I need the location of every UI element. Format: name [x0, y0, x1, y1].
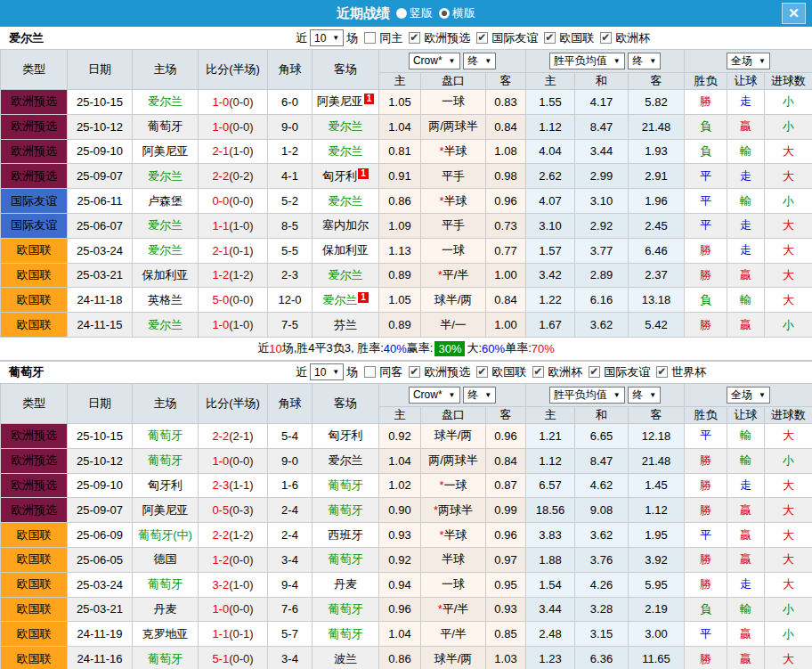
same-venue-checkbox[interactable]: [364, 32, 376, 44]
odds-company-select[interactable]: Crow*▼: [409, 387, 460, 404]
col-header-corner: 角球: [268, 50, 313, 90]
away-team: 匈牙利: [313, 423, 379, 448]
odds-company-select[interactable]: Crow*▼: [409, 53, 460, 69]
avg-home: 1.12: [526, 448, 575, 473]
league-checkbox-1[interactable]: [476, 32, 488, 44]
odds-home: 0.89: [379, 263, 421, 288]
avg-home: 18.56: [526, 498, 575, 523]
match-date: 25-10-12: [68, 114, 133, 139]
result-handicap: 輸: [727, 139, 765, 164]
odds-away: 0.96: [486, 523, 526, 548]
away-team: 爱尔兰: [313, 139, 379, 164]
red-card-badge: 1: [358, 292, 369, 303]
avg-away: 5.42: [629, 313, 685, 338]
avg-away: 1.93: [629, 139, 685, 164]
titlebar: 近期战绩 竖版 横版 ✕: [0, 0, 812, 27]
table-row: 欧洲预选25-10-15葡萄牙2-2(2-1)5-4匈牙利0.92球半/两0.9…: [1, 423, 812, 448]
avg-draw: 6.16: [575, 288, 629, 313]
handicap: *半球: [421, 189, 486, 214]
league-checkbox-0[interactable]: [409, 366, 420, 378]
fulltime-score: 0-0: [212, 194, 229, 208]
fulltime-score: 1-0: [212, 454, 229, 468]
match-date: 25-09-07: [68, 498, 133, 523]
league-checkbox-0[interactable]: [409, 32, 420, 44]
league-checkbox-3[interactable]: [600, 32, 612, 44]
sub-header-handicap: 盘口: [421, 73, 486, 90]
away-team: 葡萄牙: [313, 622, 379, 647]
summary-text: 40%: [384, 342, 407, 355]
league-checkbox-2[interactable]: [544, 32, 556, 44]
avg-type-select[interactable]: 胜平负均值▼: [549, 53, 625, 69]
handicap-value: 一球: [442, 243, 465, 257]
same-venue-checkbox[interactable]: [364, 366, 376, 378]
handicap: 平/半: [421, 622, 486, 647]
chevron-down-icon: ▼: [449, 391, 456, 399]
match-count-select[interactable]: 10▼: [310, 29, 344, 46]
odds-state-select[interactable]: 终▼: [463, 387, 496, 404]
result-goals: 大: [765, 164, 812, 189]
match-count-select[interactable]: 10▼: [310, 363, 344, 380]
corner-score: 7-5: [268, 313, 313, 338]
result-goals: 大: [765, 547, 812, 572]
corner-score: 9-0: [268, 114, 313, 139]
scope-select[interactable]: 全场▼: [727, 387, 770, 404]
away-team-name: 西班牙: [329, 528, 363, 542]
scope-select[interactable]: 全场▼: [727, 53, 770, 69]
handicap: 两/两球半: [421, 114, 486, 139]
result-wdl: 平: [685, 213, 727, 238]
league-checkbox-3[interactable]: [589, 366, 600, 378]
layout-radio-vertical[interactable]: 竖版: [396, 5, 433, 21]
match-type-badge: 欧洲预选: [1, 90, 68, 115]
match-type-badge: 欧国联: [1, 313, 68, 338]
result-wdl: 勝: [685, 448, 727, 473]
result-handicap: 贏: [727, 263, 765, 288]
avg-draw: 3.62: [575, 523, 629, 548]
home-team-name: 葡萄牙: [148, 577, 183, 591]
avg-home: 1.57: [526, 238, 575, 263]
avg-home: 1.67: [526, 313, 575, 338]
away-team-name: 保加利亚: [322, 243, 369, 257]
away-team: 爱尔兰: [313, 189, 379, 214]
score: 3-2(1-0): [199, 572, 268, 597]
home-team: 克罗地亚: [133, 622, 199, 647]
odds-state-select[interactable]: 终▼: [463, 53, 496, 69]
match-type-badge: 国际友谊: [1, 189, 68, 214]
match-type-badge: 欧国联: [1, 597, 68, 622]
odds-away: 0.77: [486, 238, 526, 263]
col-header-home: 主场: [133, 383, 199, 423]
near-label: 近: [296, 364, 307, 380]
home-team: 保加利亚: [133, 263, 199, 288]
home-team: 爱尔兰: [133, 313, 199, 338]
close-button[interactable]: ✕: [782, 3, 806, 24]
league-checkbox-2[interactable]: [532, 366, 544, 378]
chevron-down-icon: ▼: [484, 57, 491, 65]
avg-state-select[interactable]: 终▼: [628, 387, 661, 404]
score: 1-0(1-0): [199, 313, 268, 338]
avg-draw: 2.89: [575, 263, 629, 288]
fulltime-score: 0-5: [212, 503, 229, 517]
result-handicap: 走: [727, 213, 765, 238]
league-checkbox-1[interactable]: [476, 366, 488, 378]
layout-radio-horizontal[interactable]: 横版: [439, 5, 475, 21]
odds-home: 0.96: [379, 597, 421, 622]
sub-header-result-handicap: 让球: [727, 73, 765, 90]
league-checkbox-4[interactable]: [656, 366, 668, 378]
result-wdl: 負: [685, 114, 727, 139]
odds-away: 1.03: [486, 647, 526, 669]
avg-home: 2.48: [526, 622, 575, 647]
match-date: 25-03-21: [68, 597, 133, 622]
avg-state-select[interactable]: 终▼: [628, 53, 661, 69]
match-type-badge: 欧洲预选: [1, 473, 68, 498]
team-name: 爱尔兰: [9, 30, 44, 46]
away-team: 波兰: [313, 647, 379, 669]
home-team: 葡萄牙: [133, 572, 199, 597]
away-team-name: 葡萄牙: [329, 478, 363, 492]
avg-type-select[interactable]: 胜平负均值▼: [549, 387, 625, 404]
match-type-badge: 欧洲预选: [1, 139, 68, 164]
league-label-3: 欧洲杯: [615, 30, 650, 46]
radio-horizontal-label: 横版: [452, 5, 475, 21]
sub-header-odds-home: 主: [379, 73, 421, 90]
near-label: 近: [296, 30, 307, 46]
halftime-score: (1-0): [229, 144, 253, 158]
odds-away: 1.00: [486, 263, 526, 288]
